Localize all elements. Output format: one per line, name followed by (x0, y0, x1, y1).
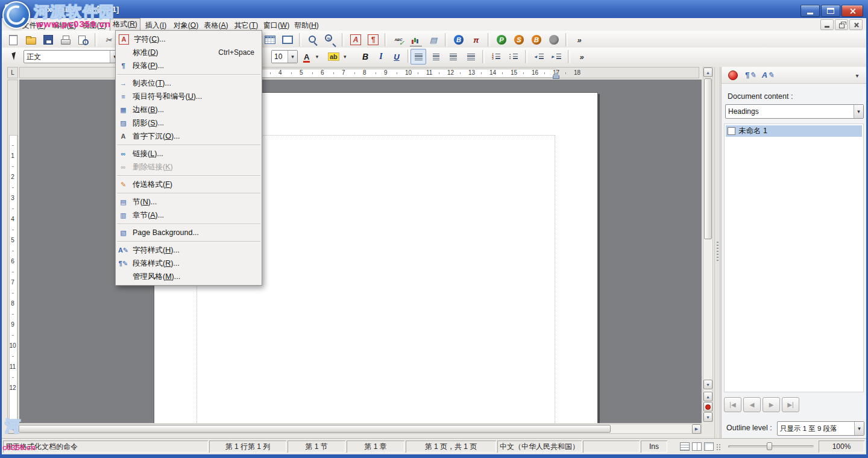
chevron-down-icon[interactable] (854, 422, 864, 435)
chevron-down-icon[interactable] (313, 54, 321, 60)
last-item-button[interactable]: ▶| (782, 397, 799, 412)
view-mode-2-icon[interactable] (692, 442, 702, 451)
font-size-combo[interactable]: 10 (271, 50, 298, 63)
italic-button[interactable]: I (373, 49, 389, 64)
format-menu-item[interactable]: →制表位(T)... (116, 77, 262, 90)
presentations-button[interactable]: S (511, 32, 527, 48)
status-section[interactable]: 第 1 节 (288, 441, 345, 453)
status-insert-mode[interactable]: Ins (641, 441, 667, 453)
horizontal-scrollbar[interactable] (7, 424, 702, 434)
view-mode-3-icon[interactable] (704, 442, 714, 451)
content-type-combo[interactable]: Headings (725, 104, 864, 119)
paragraph-style-combo[interactable]: 正文 (24, 50, 120, 63)
chevron-down-icon[interactable] (288, 51, 297, 63)
format-menu-item[interactable]: ▦边框(B)... (116, 103, 262, 116)
increase-indent-button[interactable] (549, 49, 564, 64)
format-menu-item[interactable]: 标准(D)Ctrl+Space (116, 46, 262, 59)
bold-button[interactable]: B (357, 49, 373, 64)
format-menu-item[interactable]: A首字下沉(O)... (116, 130, 262, 143)
vertical-scrollbar[interactable] (703, 67, 713, 422)
format-menu-item[interactable]: ¶段落(P)... (116, 59, 262, 72)
format-menu-item[interactable]: ▧Page Background... (116, 226, 262, 239)
basicmaker-button[interactable]: B (451, 32, 467, 48)
tab-stop-selector[interactable]: L (7, 67, 18, 78)
zoom-button[interactable] (305, 32, 321, 48)
status-position[interactable]: 第 1 行第 1 列 (209, 441, 286, 453)
format-menu-item[interactable]: ▨阴影(S)... (116, 116, 262, 130)
mdi-close-button[interactable] (849, 19, 863, 30)
format-menu-item[interactable]: ✎传送格式(F) (116, 178, 262, 191)
title-bar[interactable]: T TextMaker - [未命名 1] (0, 0, 868, 18)
object-mode-button[interactable] (7, 49, 22, 64)
new-document-button[interactable] (5, 32, 21, 48)
outline-level-combo[interactable]: 只显示 1 至 9 段落 (777, 421, 864, 436)
status-chapter[interactable]: 第 1 章 (347, 441, 404, 453)
menu-item[interactable]: 其它(T) (231, 20, 261, 31)
close-button[interactable] (841, 5, 863, 17)
underline-button[interactable]: U (389, 49, 404, 64)
menu-item[interactable]: 窗口(W) (262, 20, 291, 31)
chart-button[interactable] (408, 32, 424, 48)
format-menu-item[interactable]: ≡项目符号和编号(U)... (116, 90, 262, 103)
decrease-indent-button[interactable] (531, 49, 547, 64)
format-menu-item[interactable]: ¶✎段落样式(R)... (116, 257, 262, 270)
character-styles-button[interactable]: A✎ (760, 67, 776, 83)
formula-editor-button[interactable]: π (468, 32, 484, 48)
numbered-list-button[interactable] (488, 49, 504, 64)
cut-button[interactable]: ✂ (101, 32, 116, 48)
pane-menu-chevron[interactable] (853, 72, 861, 79)
print-button[interactable] (58, 32, 74, 48)
menu-item[interactable]: 表格(A) (201, 20, 231, 31)
paragraph-styles-button[interactable]: ¶✎ (743, 67, 758, 83)
open-button[interactable] (23, 32, 39, 48)
scroll-down-button[interactable] (703, 380, 712, 389)
save-button[interactable] (40, 32, 56, 48)
menu-item[interactable]: 帮助(H) (292, 20, 321, 31)
menu-item[interactable]: 对象(O) (171, 20, 201, 31)
format-menu-item[interactable]: A✎字符样式(H)... (116, 243, 262, 257)
scroll-up-button[interactable] (703, 67, 712, 77)
sidebar-splitter[interactable] (714, 67, 720, 438)
horizontal-scroll-thumb[interactable] (19, 425, 611, 433)
toolbar-overflow-button[interactable]: » (571, 32, 587, 48)
first-item-button[interactable]: |◀ (724, 397, 741, 412)
next-object-button[interactable] (703, 412, 712, 422)
insert-table-button[interactable] (262, 32, 278, 48)
mdi-minimize-button[interactable] (820, 19, 834, 30)
vertical-ruler[interactable]: 123456789101112 (7, 80, 18, 423)
text-frame-button[interactable] (280, 32, 295, 48)
chevron-down-icon[interactable] (854, 105, 863, 118)
zoom-slider-thumb[interactable] (767, 442, 772, 450)
highlight-color-button[interactable]: ab (327, 50, 350, 63)
item-checkbox[interactable] (728, 127, 735, 135)
minimize-button[interactable] (800, 5, 820, 17)
font-color-button[interactable]: A (301, 50, 321, 63)
format-overflow-button[interactable]: » (574, 49, 590, 64)
format-menu-item[interactable]: ∞链接(L)... (116, 147, 262, 160)
document-content-item[interactable]: 未命名 1 (726, 125, 862, 137)
softmaker-button[interactable] (546, 32, 562, 48)
maximize-button[interactable] (821, 5, 840, 17)
browse-object-button[interactable] (703, 402, 712, 412)
align-center-button[interactable] (428, 49, 444, 64)
paragraph-dialog-button[interactable]: ¶ (365, 32, 381, 48)
format-menu-item[interactable]: ▤节(N)... (116, 195, 262, 209)
bullet-list-button[interactable] (506, 49, 521, 64)
status-zoom-value[interactable]: 100% (819, 441, 864, 453)
scroll-right-button[interactable] (692, 424, 701, 434)
database-button[interactable]: ▤ (426, 32, 441, 48)
align-left-button[interactable] (410, 49, 426, 64)
previous-object-button[interactable] (703, 392, 712, 401)
format-menu-item[interactable]: 管理风格(M)... (116, 270, 262, 283)
zoom-slider[interactable] (728, 442, 814, 451)
highlight-pane-button[interactable] (725, 67, 741, 83)
status-language[interactable]: 中文（中华人民共和国） (497, 441, 582, 453)
menu-item[interactable]: 插入(I) (141, 20, 171, 31)
zoom-level-button[interactable]: % (322, 32, 338, 48)
spellcheck-button[interactable]: ABC (391, 32, 406, 48)
planmaker-button[interactable]: P (494, 32, 509, 48)
format-menu-item[interactable]: A字符(C)... (116, 33, 262, 46)
basic-ide-button[interactable]: B (529, 32, 544, 48)
character-dialog-button[interactable]: A (348, 32, 363, 48)
previous-item-button[interactable]: ◀ (743, 397, 761, 412)
